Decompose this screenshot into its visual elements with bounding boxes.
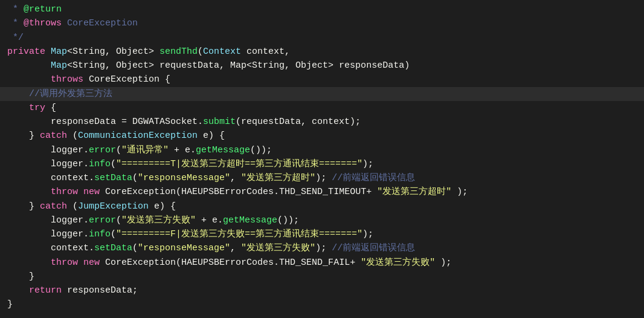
code-token: ( <box>198 45 203 59</box>
code-token: new <box>83 185 100 199</box>
code-token: "发送第三方超时" <box>241 171 315 185</box>
code-line: context.setData("responseMessage", "发送第三… <box>0 171 644 185</box>
code-token: ( <box>116 143 121 157</box>
code-token: <String, Object> <box>67 45 159 59</box>
code-token: <String, Object> responseData <box>246 59 404 73</box>
code-token: ( <box>111 157 116 171</box>
code-line: */ <box>0 31 644 45</box>
code-token: setData <box>94 171 132 185</box>
code-token: info <box>89 157 111 171</box>
code-line: throws CoreException { <box>0 73 644 86</box>
code-token: context, <box>241 45 290 59</box>
code-token <box>78 256 83 270</box>
code-line: } <box>0 297 644 311</box>
code-line: logger.error("发送第三方失败" + e.getMessage())… <box>0 213 644 227</box>
code-token: "=========T|发送第三方超时==第三方通讯结束=======" <box>116 157 362 171</box>
code-line: Map<String, Object> requestData, Map<Str… <box>0 59 644 73</box>
code-line: return responseData; <box>0 284 644 297</box>
code-token: logger. <box>7 227 89 241</box>
code-line: * @throws CoreException <box>0 16 644 30</box>
code-token: * <box>7 2 24 16</box>
code-line: logger.error("通讯异常" + e.getMessage()); <box>0 143 644 157</box>
code-token: Context <box>203 45 241 59</box>
code-token <box>7 185 51 199</box>
code-line: throw new CoreException(HAEUPSBErrorCode… <box>0 185 644 199</box>
code-token: ); <box>315 241 332 255</box>
code-line: private Map<String, Object> sendThd(Cont… <box>0 45 644 59</box>
code-token: CommunicationException <box>78 129 198 143</box>
code-token: info <box>89 227 111 241</box>
code-token: private <box>7 45 45 59</box>
code-line: } <box>0 270 644 284</box>
code-token: (requestData, context); <box>236 115 361 129</box>
code-token: */ <box>7 31 24 45</box>
code-token: { <box>45 101 56 115</box>
code-token: logger. <box>7 213 89 227</box>
code-token: getMessage <box>223 213 277 227</box>
code-token: , <box>230 171 241 185</box>
code-token: logger. <box>7 157 89 171</box>
code-token: ); <box>435 256 451 270</box>
code-token: e) { <box>198 129 225 143</box>
code-token <box>7 284 29 297</box>
code-token: @return <box>24 2 62 16</box>
code-token: ); <box>315 171 332 185</box>
code-token: catch <box>40 129 67 143</box>
code-token: "通讯异常" <box>121 143 169 157</box>
code-token: } <box>7 270 34 284</box>
code-token: , <box>230 241 241 255</box>
code-line: } catch (JumpException e) { <box>0 200 644 213</box>
code-line: throw new CoreException(HAEUPSBErrorCode… <box>0 256 644 270</box>
code-token: "发送第三方失败" <box>241 241 315 255</box>
code-token: CoreException <box>62 16 138 30</box>
code-token: responseData; <box>62 284 138 297</box>
code-token: new <box>83 256 100 270</box>
code-token: e) { <box>149 200 176 213</box>
code-token: logger. <box>7 143 89 157</box>
code-token: //前端返回错误信息 <box>332 241 415 255</box>
code-token: CoreException(HAEUPSBErrorCodes.THD_SEND… <box>100 185 377 199</box>
code-line: logger.info("=========T|发送第三方超时==第三方通讯结束… <box>0 157 644 171</box>
code-token: @throws <box>24 16 62 30</box>
code-line: logger.info("=========F|发送第三方失败==第三方通讯结束… <box>0 227 644 241</box>
code-token: "=========F|发送第三方失败==第三方通讯结束=======" <box>116 227 362 241</box>
code-token: ( <box>67 129 78 143</box>
code-token: ( <box>132 171 138 185</box>
code-token: throw <box>51 256 78 270</box>
code-token: error <box>89 143 116 157</box>
code-line: context.setData("responseMessage", "发送第三… <box>0 241 644 255</box>
code-token: } <box>7 200 40 213</box>
code-line: try { <box>0 101 644 115</box>
code-token: "发送第三方失败" <box>361 256 435 270</box>
code-token <box>78 185 83 199</box>
code-token: submit <box>203 115 236 129</box>
code-token: "responseMessage" <box>138 241 230 255</box>
code-token: "发送第三方超时" <box>377 185 451 199</box>
code-token: ); <box>362 227 373 241</box>
code-line: //调用外发第三方法 <box>0 87 644 101</box>
code-token: ); <box>362 157 373 171</box>
code-token: context. <box>7 241 94 255</box>
code-token: error <box>89 213 116 227</box>
code-token: Map <box>45 45 67 59</box>
code-token: throw <box>51 185 78 199</box>
code-token: context. <box>7 171 94 185</box>
code-token <box>7 73 51 86</box>
code-token: return <box>29 284 62 297</box>
code-line: } catch (CommunicationException e) { <box>0 129 644 143</box>
code-token: + e. <box>196 213 223 227</box>
code-token: setData <box>94 241 132 255</box>
code-token: getMessage <box>196 143 250 157</box>
code-token: * <box>7 16 24 30</box>
code-token: try <box>29 101 45 115</box>
code-token: "发送第三方失败" <box>121 213 196 227</box>
code-token: "responseMessage" <box>138 171 230 185</box>
code-token: ( <box>116 213 121 227</box>
code-token: ( <box>111 227 116 241</box>
code-token: JumpException <box>78 200 149 213</box>
code-editor: * @return * @throws CoreException */priv… <box>0 0 644 318</box>
code-token: } <box>7 297 13 311</box>
code-token: //调用外发第三方法 <box>7 87 112 101</box>
code-token: ( <box>132 241 138 255</box>
code-token: throws <box>51 73 83 86</box>
